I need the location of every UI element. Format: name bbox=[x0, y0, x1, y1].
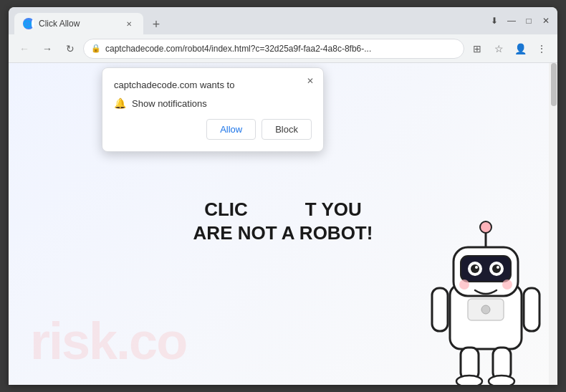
popup-close-button[interactable]: ✕ bbox=[303, 74, 317, 88]
popup-buttons: Allow Block bbox=[114, 119, 312, 140]
lock-icon: 🔒 bbox=[91, 44, 101, 53]
toolbar: ← → ↻ 🔒 captchadecode.com/robot4/index.h… bbox=[9, 34, 557, 63]
viewport: risk.co CLIC T YOU ARE NOT A ROBOT! bbox=[9, 63, 557, 385]
new-tab-button[interactable]: + bbox=[146, 14, 166, 34]
tab-title: Click Allow bbox=[39, 19, 119, 29]
popup-permission-row: 🔔 Show notifications bbox=[114, 97, 312, 109]
menu-icon[interactable]: ⋮ bbox=[532, 39, 552, 59]
scrollbar-thumb[interactable] bbox=[551, 63, 557, 106]
tab-favicon-icon: 🌐 bbox=[23, 18, 34, 29]
tab-close-button[interactable]: ✕ bbox=[123, 18, 135, 29]
forward-button[interactable]: → bbox=[37, 39, 57, 59]
title-bar: 🌐 Click Allow ✕ + ⬇ — □ ✕ bbox=[9, 7, 557, 34]
svg-point-12 bbox=[502, 279, 512, 290]
block-button[interactable]: Block bbox=[262, 119, 312, 140]
close-button[interactable]: ✕ bbox=[540, 15, 552, 27]
reload-button[interactable]: ↻ bbox=[60, 39, 80, 59]
tab-area: 🌐 Click Allow ✕ + bbox=[14, 7, 489, 34]
svg-point-11 bbox=[459, 279, 469, 290]
svg-point-14 bbox=[481, 305, 490, 314]
svg-point-10 bbox=[497, 266, 499, 269]
robot-illustration bbox=[428, 213, 543, 385]
headline-part2: T YOU bbox=[305, 197, 362, 221]
popup-title: captchadecode.com wants to bbox=[114, 80, 312, 90]
svg-rect-15 bbox=[432, 288, 448, 331]
translate-icon[interactable]: ⊞ bbox=[467, 39, 487, 59]
toolbar-right-icons: ⊞ ☆ 👤 ⋮ bbox=[467, 39, 552, 59]
back-button[interactable]: ← bbox=[14, 39, 34, 59]
svg-point-6 bbox=[471, 264, 479, 273]
svg-point-3 bbox=[480, 221, 491, 233]
notification-popup: ✕ captchadecode.com wants to 🔔 Show noti… bbox=[102, 67, 324, 152]
address-bar[interactable]: 🔒 captchadecode.com/robot4/index.html?c=… bbox=[83, 39, 464, 59]
page-content: risk.co CLIC T YOU ARE NOT A ROBOT! bbox=[9, 63, 557, 385]
download-icon[interactable]: ⬇ bbox=[489, 15, 500, 27]
window-controls: ⬇ — □ ✕ bbox=[489, 15, 552, 27]
address-text: captchadecode.com/robot4/index.html?c=32… bbox=[105, 44, 456, 54]
svg-point-7 bbox=[475, 266, 478, 269]
minimize-button[interactable]: — bbox=[506, 15, 517, 27]
svg-point-9 bbox=[492, 264, 501, 273]
profile-icon[interactable]: 👤 bbox=[510, 39, 530, 59]
watermark-text: risk.co bbox=[30, 312, 186, 371]
bell-icon: 🔔 bbox=[114, 97, 126, 109]
active-tab[interactable]: 🌐 Click Allow ✕ bbox=[14, 13, 143, 34]
maximize-button[interactable]: □ bbox=[523, 15, 534, 27]
browser-window: 🌐 Click Allow ✕ + ⬇ — □ ✕ ← → ↻ bbox=[9, 7, 557, 385]
svg-point-20 bbox=[489, 376, 514, 385]
svg-point-19 bbox=[456, 376, 482, 385]
popup-permission-text: Show notifications bbox=[132, 98, 207, 109]
vertical-scrollbar[interactable] bbox=[549, 63, 557, 385]
allow-button[interactable]: Allow bbox=[206, 119, 256, 140]
page-headline: CLIC T YOU ARE NOT A ROBOT! bbox=[140, 197, 426, 246]
bookmark-icon[interactable]: ☆ bbox=[489, 39, 509, 59]
svg-rect-16 bbox=[524, 288, 539, 331]
headline-part1: CLIC bbox=[204, 197, 248, 221]
headline-part3: ARE NOT A ROBOT! bbox=[140, 221, 426, 246]
